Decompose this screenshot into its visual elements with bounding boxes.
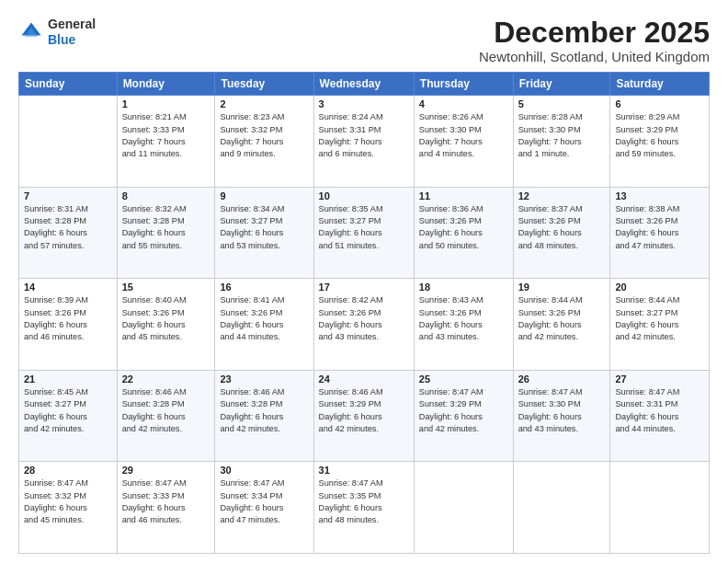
logo-general: General <box>48 17 96 31</box>
day-info: Sunrise: 8:47 AM Sunset: 3:31 PM Dayligh… <box>615 386 704 435</box>
table-row: 9Sunrise: 8:34 AM Sunset: 3:27 PM Daylig… <box>215 187 313 279</box>
page: General Blue December 2025 Newtonhill, S… <box>0 0 728 563</box>
day-number: 25 <box>419 373 508 385</box>
day-number: 21 <box>24 373 112 385</box>
table-row: 26Sunrise: 8:47 AM Sunset: 3:30 PM Dayli… <box>513 370 610 462</box>
day-info: Sunrise: 8:37 AM Sunset: 3:26 PM Dayligh… <box>518 203 606 252</box>
day-info: Sunrise: 8:31 AM Sunset: 3:28 PM Dayligh… <box>24 203 112 252</box>
table-row: 19Sunrise: 8:44 AM Sunset: 3:26 PM Dayli… <box>513 279 610 371</box>
day-info: Sunrise: 8:21 AM Sunset: 3:33 PM Dayligh… <box>122 111 210 160</box>
day-info: Sunrise: 8:23 AM Sunset: 3:32 PM Dayligh… <box>220 111 308 160</box>
day-info: Sunrise: 8:34 AM Sunset: 3:27 PM Dayligh… <box>220 203 308 252</box>
day-info: Sunrise: 8:44 AM Sunset: 3:27 PM Dayligh… <box>615 294 704 343</box>
table-row <box>610 462 710 554</box>
table-row: 12Sunrise: 8:37 AM Sunset: 3:26 PM Dayli… <box>513 187 610 279</box>
col-sunday: Sunday <box>19 73 118 96</box>
col-saturday: Saturday <box>610 73 710 96</box>
month-title: December 2025 <box>479 17 710 49</box>
logo-text: General Blue <box>48 17 96 48</box>
table-row <box>414 462 513 554</box>
table-row: 22Sunrise: 8:46 AM Sunset: 3:28 PM Dayli… <box>117 370 215 462</box>
day-info: Sunrise: 8:41 AM Sunset: 3:26 PM Dayligh… <box>220 294 308 343</box>
calendar-week-row: 21Sunrise: 8:45 AM Sunset: 3:27 PM Dayli… <box>19 370 710 462</box>
table-row: 21Sunrise: 8:45 AM Sunset: 3:27 PM Dayli… <box>19 370 118 462</box>
col-tuesday: Tuesday <box>215 73 313 96</box>
calendar-week-row: 28Sunrise: 8:47 AM Sunset: 3:32 PM Dayli… <box>19 462 710 554</box>
header: General Blue December 2025 Newtonhill, S… <box>18 17 710 64</box>
table-row: 13Sunrise: 8:38 AM Sunset: 3:26 PM Dayli… <box>610 187 710 279</box>
day-number: 29 <box>122 465 210 476</box>
day-number: 27 <box>615 373 704 385</box>
day-info: Sunrise: 8:29 AM Sunset: 3:29 PM Dayligh… <box>615 111 704 160</box>
table-row: 2Sunrise: 8:23 AM Sunset: 3:32 PM Daylig… <box>215 96 313 188</box>
day-info: Sunrise: 8:28 AM Sunset: 3:30 PM Dayligh… <box>518 111 606 160</box>
day-info: Sunrise: 8:47 AM Sunset: 3:34 PM Dayligh… <box>220 477 308 526</box>
calendar-table: Sunday Monday Tuesday Wednesday Thursday… <box>18 72 710 554</box>
day-number: 15 <box>122 282 210 293</box>
day-number: 18 <box>419 282 508 293</box>
day-number: 13 <box>615 190 704 201</box>
day-number: 24 <box>319 373 409 385</box>
day-number: 20 <box>615 282 704 293</box>
day-info: Sunrise: 8:47 AM Sunset: 3:29 PM Dayligh… <box>419 386 508 435</box>
table-row: 5Sunrise: 8:28 AM Sunset: 3:30 PM Daylig… <box>513 96 610 188</box>
day-number: 16 <box>220 282 308 293</box>
table-row: 14Sunrise: 8:39 AM Sunset: 3:26 PM Dayli… <box>19 279 118 371</box>
day-number: 10 <box>319 190 409 201</box>
table-row <box>19 96 118 188</box>
table-row: 20Sunrise: 8:44 AM Sunset: 3:27 PM Dayli… <box>610 279 710 371</box>
col-wednesday: Wednesday <box>313 73 414 96</box>
day-number: 19 <box>518 282 606 293</box>
logo: General Blue <box>18 17 96 48</box>
day-number: 1 <box>122 98 210 109</box>
day-info: Sunrise: 8:46 AM Sunset: 3:29 PM Dayligh… <box>319 386 409 435</box>
table-row: 8Sunrise: 8:32 AM Sunset: 3:28 PM Daylig… <box>117 187 215 279</box>
table-row: 31Sunrise: 8:47 AM Sunset: 3:35 PM Dayli… <box>313 462 414 554</box>
table-row: 25Sunrise: 8:47 AM Sunset: 3:29 PM Dayli… <box>414 370 513 462</box>
day-info: Sunrise: 8:36 AM Sunset: 3:26 PM Dayligh… <box>419 203 508 252</box>
day-number: 5 <box>518 98 606 109</box>
table-row: 4Sunrise: 8:26 AM Sunset: 3:30 PM Daylig… <box>414 96 513 188</box>
table-row: 7Sunrise: 8:31 AM Sunset: 3:28 PM Daylig… <box>19 187 118 279</box>
col-monday: Monday <box>117 73 215 96</box>
day-info: Sunrise: 8:46 AM Sunset: 3:28 PM Dayligh… <box>122 386 210 435</box>
table-row: 23Sunrise: 8:46 AM Sunset: 3:28 PM Dayli… <box>215 370 313 462</box>
table-row: 1Sunrise: 8:21 AM Sunset: 3:33 PM Daylig… <box>117 96 215 188</box>
day-number: 12 <box>518 190 606 201</box>
table-row: 6Sunrise: 8:29 AM Sunset: 3:29 PM Daylig… <box>610 96 710 188</box>
day-info: Sunrise: 8:47 AM Sunset: 3:30 PM Dayligh… <box>518 386 606 435</box>
day-info: Sunrise: 8:40 AM Sunset: 3:26 PM Dayligh… <box>122 294 210 343</box>
day-number: 26 <box>518 373 606 385</box>
day-number: 31 <box>319 465 409 476</box>
day-number: 6 <box>615 98 704 109</box>
table-row: 17Sunrise: 8:42 AM Sunset: 3:26 PM Dayli… <box>313 279 414 371</box>
day-info: Sunrise: 8:32 AM Sunset: 3:28 PM Dayligh… <box>122 203 210 252</box>
table-row: 28Sunrise: 8:47 AM Sunset: 3:32 PM Dayli… <box>19 462 118 554</box>
calendar-week-row: 7Sunrise: 8:31 AM Sunset: 3:28 PM Daylig… <box>19 187 710 279</box>
day-number: 14 <box>24 282 112 293</box>
table-row: 29Sunrise: 8:47 AM Sunset: 3:33 PM Dayli… <box>117 462 215 554</box>
day-number: 4 <box>419 98 508 109</box>
day-number: 3 <box>319 98 409 109</box>
table-row: 16Sunrise: 8:41 AM Sunset: 3:26 PM Dayli… <box>215 279 313 371</box>
day-number: 30 <box>220 465 308 476</box>
day-number: 9 <box>220 190 308 201</box>
day-info: Sunrise: 8:47 AM Sunset: 3:33 PM Dayligh… <box>122 477 210 526</box>
table-row: 27Sunrise: 8:47 AM Sunset: 3:31 PM Dayli… <box>610 370 710 462</box>
day-info: Sunrise: 8:46 AM Sunset: 3:28 PM Dayligh… <box>220 386 308 435</box>
table-row: 30Sunrise: 8:47 AM Sunset: 3:34 PM Dayli… <box>215 462 313 554</box>
table-row: 3Sunrise: 8:24 AM Sunset: 3:31 PM Daylig… <box>313 96 414 188</box>
day-number: 23 <box>220 373 308 385</box>
table-row <box>513 462 610 554</box>
day-number: 17 <box>319 282 409 293</box>
day-info: Sunrise: 8:38 AM Sunset: 3:26 PM Dayligh… <box>615 203 704 252</box>
calendar-week-row: 14Sunrise: 8:39 AM Sunset: 3:26 PM Dayli… <box>19 279 710 371</box>
day-number: 2 <box>220 98 308 109</box>
calendar-header-row: Sunday Monday Tuesday Wednesday Thursday… <box>19 73 710 96</box>
day-info: Sunrise: 8:26 AM Sunset: 3:30 PM Dayligh… <box>419 111 508 160</box>
logo-icon <box>18 19 44 45</box>
table-row: 15Sunrise: 8:40 AM Sunset: 3:26 PM Dayli… <box>117 279 215 371</box>
day-number: 8 <box>122 190 210 201</box>
table-row: 24Sunrise: 8:46 AM Sunset: 3:29 PM Dayli… <box>313 370 414 462</box>
logo-blue: Blue <box>48 32 75 47</box>
